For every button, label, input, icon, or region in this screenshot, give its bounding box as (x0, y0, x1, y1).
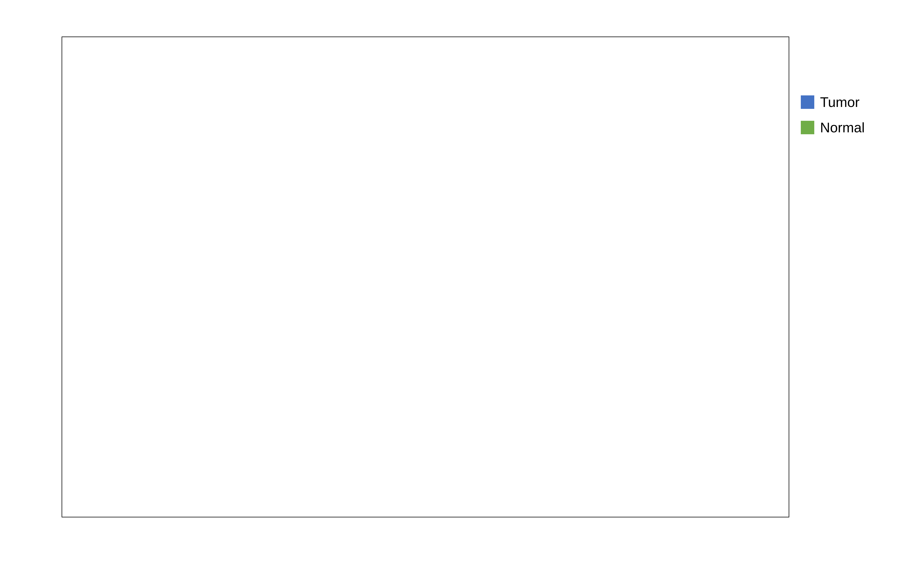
svg-rect-254 (361, 226, 365, 227)
svg-rect-530 (677, 156, 681, 158)
svg-rect-396 (502, 342, 506, 343)
svg-rect-118 (186, 344, 191, 345)
svg-rect-272 (375, 254, 379, 256)
svg-rect-549 (691, 176, 695, 177)
svg-rect-536 (677, 327, 681, 329)
svg-rect-93 (171, 226, 175, 268)
svg-rect-268 (375, 346, 379, 347)
svg-rect-597 (741, 275, 744, 331)
svg-rect-36 (107, 318, 111, 320)
svg-text:THCA: THCA (671, 487, 701, 500)
svg-rect-553 (691, 219, 695, 221)
svg-rect-190 (296, 297, 301, 298)
svg-rect-603 (754, 345, 758, 346)
svg-text:12: 12 (68, 99, 79, 111)
svg-rect-258 (361, 223, 365, 224)
svg-rect-384 (502, 301, 506, 303)
svg-rect-92 (170, 143, 175, 145)
svg-rect-386 (502, 205, 506, 207)
svg-rect-231 (312, 381, 317, 383)
svg-rect-124 (234, 249, 238, 250)
svg-rect-95 (186, 337, 191, 338)
svg-rect-139 (234, 259, 238, 261)
svg-rect-352 (487, 206, 491, 207)
svg-rect-499 (628, 318, 632, 319)
svg-rect-203 (296, 330, 301, 332)
svg-rect-365 (487, 327, 491, 329)
svg-rect-44 (122, 324, 126, 325)
svg-rect-229 (312, 359, 317, 361)
svg-rect-420 (549, 151, 554, 152)
svg-rect-288 (375, 256, 378, 313)
svg-rect-389 (502, 242, 506, 244)
svg-rect-261 (362, 245, 365, 275)
svg-rect-494 (628, 230, 632, 232)
svg-rect-557 (691, 382, 695, 383)
svg-rect-526 (677, 376, 681, 378)
svg-rect-74 (170, 135, 175, 137)
svg-rect-32 (107, 228, 111, 229)
svg-rect-341 (438, 301, 442, 303)
svg-rect-534 (677, 216, 681, 217)
svg-rect-128 (234, 440, 238, 442)
svg-rect-390 (502, 248, 506, 250)
svg-rect-578 (740, 203, 744, 205)
svg-rect-172 (249, 429, 253, 431)
svg-rect-498 (628, 253, 632, 254)
svg-rect-163 (249, 396, 253, 397)
svg-rect-481 (614, 327, 617, 329)
legend-normal-label: Normal (820, 119, 865, 135)
svg-rect-566 (691, 326, 695, 327)
svg-rect-194 (296, 161, 301, 162)
svg-rect-368 (487, 396, 491, 398)
svg-rect-306 (423, 293, 428, 295)
y-axis-label (39, 37, 61, 517)
svg-rect-344 (438, 237, 441, 294)
svg-rect-24 (107, 247, 111, 249)
svg-rect-221 (312, 208, 317, 210)
svg-rect-183 (296, 348, 301, 350)
svg-text:PRAD: PRAD (607, 487, 638, 500)
svg-rect-307 (423, 295, 428, 297)
svg-rect-248 (361, 229, 365, 230)
svg-rect-53 (122, 210, 126, 211)
svg-rect-69 (170, 189, 175, 190)
svg-rect-587 (740, 362, 744, 364)
svg-rect-246 (361, 366, 365, 367)
svg-rect-68 (170, 171, 175, 172)
svg-rect-623 (754, 342, 758, 344)
svg-text:BRCA: BRCA (165, 487, 195, 500)
svg-rect-136 (234, 389, 238, 391)
svg-text:6: 6 (74, 325, 79, 337)
svg-rect-475 (614, 341, 617, 342)
svg-rect-425 (549, 165, 554, 167)
legend-area: Tumor Normal (789, 37, 885, 517)
svg-rect-88 (170, 153, 175, 155)
svg-rect-220 (312, 347, 317, 348)
svg-rect-599 (754, 293, 758, 295)
svg-rect-465 (614, 231, 617, 232)
svg-rect-63 (122, 308, 126, 309)
svg-rect-132 (234, 330, 238, 331)
svg-rect-297 (423, 108, 428, 110)
svg-rect-43 (122, 259, 126, 261)
svg-rect-19 (107, 336, 111, 338)
svg-rect-226 (312, 295, 317, 297)
svg-rect-71 (170, 132, 175, 134)
svg-rect-37 (108, 263, 112, 313)
svg-rect-364 (487, 185, 491, 186)
svg-rect-405 (549, 190, 554, 192)
svg-rect-393 (502, 340, 506, 341)
svg-rect-120 (185, 207, 189, 256)
svg-rect-70 (170, 149, 175, 150)
svg-rect-213 (312, 185, 317, 187)
svg-rect-555 (691, 351, 695, 352)
svg-rect-612 (754, 232, 758, 234)
svg-rect-197 (296, 194, 301, 196)
svg-rect-280 (375, 249, 379, 251)
svg-rect-503 (628, 258, 632, 259)
svg-rect-332 (438, 221, 442, 222)
svg-rect-369 (487, 253, 491, 255)
svg-rect-191 (296, 157, 301, 159)
svg-rect-340 (438, 320, 442, 321)
